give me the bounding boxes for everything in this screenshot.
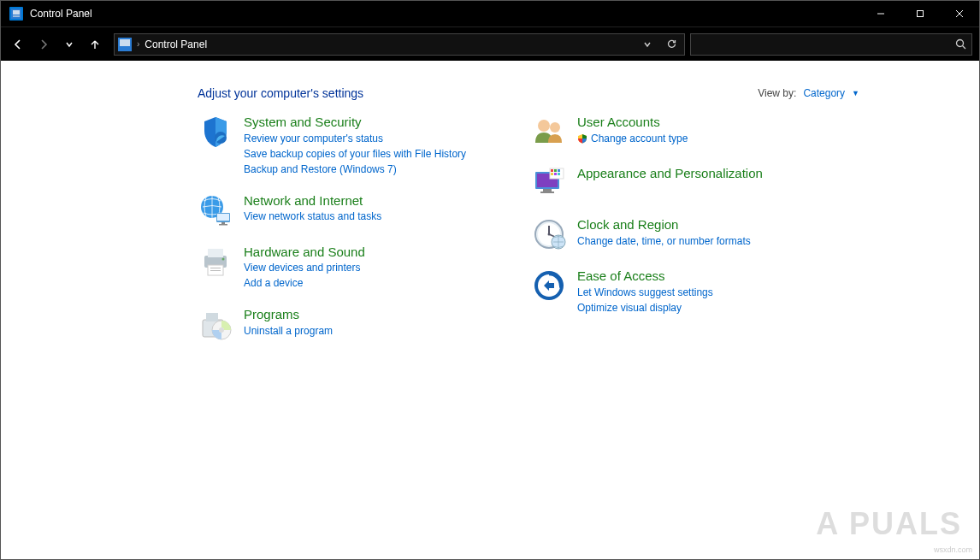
maximize-button[interactable] — [900, 1, 940, 27]
task-link[interactable]: Change date, time, or number formats — [577, 233, 751, 249]
category-hardware-sound: Hardware and Sound View devices and prin… — [198, 244, 480, 292]
task-link[interactable]: View devices and printers — [244, 260, 365, 275]
svg-point-27 — [538, 120, 550, 132]
svg-rect-18 — [208, 249, 223, 257]
svg-rect-37 — [551, 173, 553, 175]
svg-rect-14 — [217, 214, 229, 221]
category-programs: Programs Uninstall a program — [198, 306, 480, 342]
address-history-button[interactable] — [638, 35, 657, 54]
shield-icon — [198, 114, 233, 150]
search-input[interactable] — [696, 38, 955, 50]
page-title: Adjust your computer's settings — [198, 86, 758, 100]
globe-icon — [198, 192, 233, 228]
svg-rect-21 — [210, 268, 221, 268]
view-by-selector[interactable]: View by: Category ▼ — [758, 87, 859, 99]
address-icon — [118, 38, 132, 51]
back-button[interactable] — [8, 34, 28, 55]
category-ease-of-access: Ease of Access Let Windows suggest setti… — [531, 268, 813, 315]
address-bar[interactable]: › Control Panel — [114, 33, 685, 56]
task-link[interactable]: Add a device — [244, 275, 365, 291]
svg-rect-15 — [221, 222, 225, 224]
task-link-text: Change account type — [591, 131, 688, 146]
category-link[interactable]: System and Security — [244, 114, 466, 131]
task-link[interactable]: Uninstall a program — [244, 323, 333, 339]
svg-rect-34 — [551, 169, 553, 172]
monitor-icon — [531, 165, 567, 201]
category-column-left: System and Security Review your computer… — [198, 114, 480, 357]
clock-icon — [531, 216, 567, 252]
task-link[interactable]: Change account type — [577, 131, 688, 146]
svg-rect-36 — [558, 169, 560, 172]
svg-point-26 — [219, 327, 224, 333]
category-appearance: Appearance and Personalization — [531, 165, 813, 201]
svg-point-28 — [550, 122, 560, 133]
toolbar: › Control Panel — [1, 27, 979, 61]
minimize-button[interactable] — [861, 1, 900, 27]
category-link[interactable]: Programs — [244, 306, 333, 323]
svg-rect-39 — [558, 173, 560, 175]
svg-rect-24 — [206, 313, 218, 321]
svg-rect-1 — [13, 10, 20, 15]
category-link[interactable]: Network and Internet — [244, 192, 381, 209]
task-link[interactable]: Review your computer's status — [244, 131, 466, 146]
breadcrumb-item[interactable]: Control Panel — [145, 38, 207, 50]
uac-shield-icon — [577, 133, 587, 144]
svg-point-9 — [957, 40, 964, 47]
view-by-value: Category — [803, 87, 845, 99]
watermark: A PUALS — [816, 506, 962, 542]
category-link[interactable]: User Accounts — [577, 114, 688, 131]
svg-rect-38 — [554, 173, 557, 175]
category-user-accounts: User Accounts Change account type — [531, 114, 813, 150]
svg-rect-4 — [918, 11, 924, 17]
task-link[interactable]: View network status and tasks — [244, 209, 381, 224]
category-link[interactable]: Ease of Access — [577, 268, 713, 285]
window-frame: Control Panel › Control Panel — [0, 0, 980, 560]
category-system-security: System and Security Review your computer… — [198, 114, 480, 177]
svg-rect-8 — [120, 39, 130, 46]
svg-rect-31 — [543, 189, 552, 192]
recent-locations-button[interactable] — [59, 34, 80, 55]
category-link[interactable]: Clock and Region — [577, 216, 751, 233]
task-link[interactable]: Backup and Restore (Windows 7) — [244, 162, 466, 177]
chevron-right-icon: › — [137, 39, 139, 49]
task-link[interactable]: Let Windows suggest settings — [577, 285, 713, 300]
svg-rect-22 — [210, 270, 221, 271]
search-box[interactable] — [690, 33, 972, 56]
printer-icon — [198, 244, 233, 280]
svg-line-10 — [963, 46, 966, 50]
disc-icon — [198, 306, 233, 342]
svg-rect-35 — [554, 169, 557, 172]
forward-button[interactable] — [33, 34, 54, 55]
task-link[interactable]: Save backup copies of your files with Fi… — [244, 146, 466, 162]
svg-point-44 — [548, 233, 551, 236]
content-area: Adjust your computer's settings View by:… — [1, 61, 979, 559]
svg-rect-2 — [13, 15, 20, 17]
users-icon — [531, 114, 567, 150]
control-panel-icon — [9, 7, 23, 21]
titlebar: Control Panel — [1, 1, 979, 27]
view-by-label: View by: — [758, 87, 796, 99]
refresh-button[interactable] — [662, 35, 681, 54]
close-button[interactable] — [940, 1, 979, 27]
watermark-sub: wsxdn.com — [934, 545, 972, 554]
category-link[interactable]: Hardware and Sound — [244, 244, 365, 261]
task-link[interactable]: Optimize visual display — [577, 300, 713, 315]
category-clock-region: Clock and Region Change date, time, or n… — [531, 216, 813, 252]
chevron-down-icon: ▼ — [852, 89, 859, 97]
category-link[interactable]: Appearance and Personalization — [577, 165, 763, 182]
up-button[interactable] — [85, 34, 105, 55]
search-icon[interactable] — [955, 38, 966, 50]
window-title: Control Panel — [30, 8, 861, 20]
category-column-right: User Accounts Change account type — [531, 114, 813, 357]
svg-rect-32 — [540, 192, 554, 193]
svg-point-20 — [222, 257, 225, 260]
svg-rect-16 — [219, 224, 227, 226]
ease-of-access-icon — [531, 268, 567, 304]
category-network-internet: Network and Internet View network status… — [198, 192, 480, 228]
